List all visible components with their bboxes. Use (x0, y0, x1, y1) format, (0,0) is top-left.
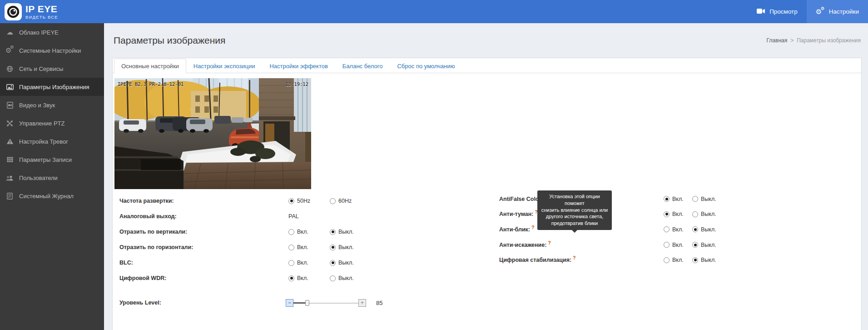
settings-button[interactable]: ⚙ ⚙ Настройки (807, 0, 868, 23)
radio-option-on[interactable]: Вкл. (664, 196, 692, 202)
level-slider: − + (286, 299, 366, 307)
users-icon (5, 175, 14, 181)
tab-reset-defaults[interactable]: Сброс по умолчанию (390, 59, 462, 73)
sidebar-item-alarm-settings[interactable]: Настройка Тревог (0, 132, 104, 150)
radio-off[interactable] (692, 226, 698, 232)
video-file-icon (5, 102, 14, 109)
sidebar-item-ptz-control[interactable]: Управление PTZ (0, 114, 104, 132)
help-icon[interactable]: ? (548, 240, 551, 245)
radio-off[interactable] (692, 242, 698, 248)
radio-on[interactable] (288, 245, 294, 250)
sidebar-item-system-log[interactable]: Системный Журнал (0, 187, 104, 205)
tab-exposure-settings[interactable]: Настройки экспозиции (186, 59, 263, 73)
radio-option-off[interactable]: Выкл. (330, 244, 371, 250)
breadcrumb-home-link[interactable]: Главная (767, 37, 788, 44)
radio-on[interactable] (664, 242, 670, 248)
radio-option-off[interactable]: Выкл. (330, 229, 371, 235)
radio-on[interactable] (664, 226, 670, 232)
radio-option-50hz[interactable]: 50Hz (288, 198, 330, 204)
radio-on[interactable] (288, 275, 294, 281)
radio-option-off[interactable]: Выкл. (692, 242, 721, 248)
preview-osd-left: IPEYE B2.3 PR-2.8-12-01 (118, 81, 184, 87)
radio-option-off[interactable]: Выкл. (692, 226, 721, 233)
sidebar-item-video-audio[interactable]: Видео и Звук (0, 96, 104, 114)
slider-track[interactable] (293, 299, 358, 307)
ptz-arrows-icon (5, 120, 14, 127)
radio-on[interactable] (664, 257, 670, 263)
sidebar-item-system-settings[interactable]: ⚙ ⚙ Системные Настройки (0, 41, 104, 60)
video-camera-icon (757, 8, 765, 15)
form-row-scan-frequency: Частота развертки: 50Hz 60Hz (119, 193, 401, 209)
radio-off[interactable] (330, 275, 336, 281)
radio-option-on[interactable]: Вкл. (288, 229, 330, 235)
sidebar-item-label: Облако IPEYE (19, 29, 59, 36)
radio-off[interactable] (692, 196, 698, 202)
sidebar-item-users[interactable]: Пользователи (0, 169, 104, 187)
sidebar-item-label: Сеть и Сервисы (19, 65, 63, 72)
form-row-flip-vertical: Отразить по вертикали: Вкл. Выкл. (119, 224, 401, 240)
radio-option-60hz[interactable]: 60Hz (330, 198, 371, 204)
radio-50hz[interactable] (288, 198, 294, 204)
form-row-anti-distortion: Анти-искажение:? Вкл. Выкл. (499, 237, 781, 253)
tab-basic-settings[interactable]: Основные настройки (114, 59, 186, 73)
radio-option-on[interactable]: Вкл. (288, 244, 330, 250)
logo-text: IP EYE ВИДЕТЬ ВСЕ (25, 4, 58, 20)
tooltip-line: предотвратив блики (540, 220, 609, 227)
sidebar-item-image-parameters[interactable]: Параметры Изображения (0, 78, 104, 96)
settings-button-label: Настройки (829, 8, 859, 15)
camera-preview: IPEYE B2.3 PR-2.8-12-01 IPEYE B2.3 PR-2.… (114, 78, 311, 189)
radio-off[interactable] (692, 211, 698, 217)
radio-option-off[interactable]: Выкл. (692, 211, 721, 217)
radio-option-off[interactable]: Выкл. (692, 257, 721, 263)
field-label: Цифровой WDR: (119, 275, 288, 281)
radio-60hz[interactable] (330, 198, 336, 204)
sidebar-item-network-services[interactable]: Сеть и Сервисы (0, 60, 104, 78)
field-label: BLC: (119, 260, 288, 266)
view-button-label: Просмотр (769, 8, 798, 15)
globe-icon (5, 65, 14, 72)
radio-on[interactable] (664, 196, 670, 202)
radio-option-on[interactable]: Вкл. (664, 211, 692, 217)
tab-white-balance[interactable]: Баланс белого (335, 59, 390, 73)
help-icon[interactable]: ? (573, 255, 575, 260)
sidebar-item-record-parameters[interactable]: Параметры Записи (0, 150, 104, 169)
slider-plus-button[interactable]: + (358, 299, 366, 307)
slider-handle[interactable] (305, 300, 309, 306)
radio-on[interactable] (288, 229, 294, 235)
gears-icon: ⚙ ⚙ (5, 46, 14, 55)
radio-off[interactable] (330, 245, 336, 250)
form-row-flip-horizontal: Отразить по горизонтали: Вкл. Выкл. (119, 240, 401, 255)
sidebar-item-cloud-ipeye[interactable]: ☁ Облако IPEYE (0, 23, 104, 41)
field-label: Отразить по горизонтали: (119, 244, 288, 250)
tabbar: Основные настройки Настройки экспозиции … (113, 58, 861, 73)
radio-off[interactable] (692, 257, 698, 263)
radio-option-on[interactable]: Вкл. (664, 226, 692, 233)
radio-option-on[interactable]: Вкл. (664, 257, 692, 263)
form-row-digital-stabilization: Цифровая стабилизация:? Вкл. Выкл. (499, 252, 781, 268)
field-label: Уровень Level: (119, 300, 286, 306)
journal-icon (5, 193, 14, 200)
radio-option-off[interactable]: Выкл. (330, 275, 371, 281)
radio-off[interactable] (330, 260, 336, 266)
radio-option-on[interactable]: Вкл. (664, 242, 692, 248)
tab-effects-settings[interactable]: Настройки эффектов (262, 59, 335, 73)
logo-subtitle: ВИДЕТЬ ВСЕ (25, 15, 58, 20)
radio-on[interactable] (288, 260, 294, 266)
view-button[interactable]: Просмотр (748, 0, 807, 23)
radio-option-off[interactable]: Выкл. (692, 196, 721, 202)
radio-option-on[interactable]: Вкл. (288, 260, 330, 266)
breadcrumb-separator: > (790, 37, 794, 44)
preview-osd-timestamp: 13:19:12 (285, 81, 308, 87)
sidebar-item-label: Параметры Изображения (19, 84, 89, 90)
slider-minus-button[interactable]: − (286, 299, 293, 307)
storage-grid-icon (5, 157, 14, 162)
help-icon[interactable]: ? (531, 225, 534, 230)
radio-on[interactable] (664, 211, 670, 217)
radio-off[interactable] (330, 229, 336, 235)
form-row-level: Уровень Level: − + 85 (119, 295, 401, 310)
radio-option-off[interactable]: Выкл. (330, 260, 371, 266)
form-left: Частота развертки: 50Hz 60Hz Аналоговый … (119, 193, 401, 310)
sidebar-item-label: Системные Настройки (19, 47, 81, 54)
sidebar-item-label: Видео и Звук (19, 102, 55, 109)
radio-option-on[interactable]: Вкл. (288, 275, 330, 281)
